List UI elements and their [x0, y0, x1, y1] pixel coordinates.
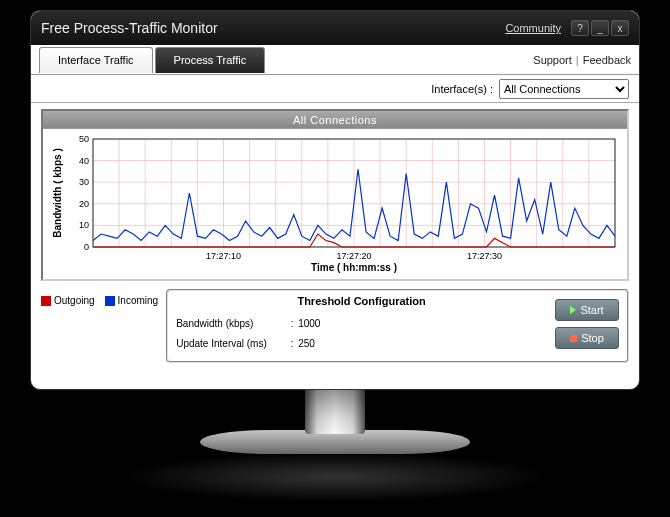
bandwidth-label: Bandwidth (kbps): [176, 318, 286, 329]
svg-text:40: 40: [79, 156, 89, 166]
legend-label-incoming: Incoming: [118, 295, 159, 306]
chart-panel: All Connections 0102030405017:27:1017:27…: [41, 109, 629, 281]
stop-icon: [570, 335, 577, 342]
play-icon: [570, 306, 576, 314]
monitor-shadow: [120, 452, 550, 502]
svg-text:17:27:20: 17:27:20: [336, 251, 371, 261]
threshold-configuration: Threshold Configuration Bandwidth (kbps)…: [166, 289, 629, 363]
interface-selector-row: Interface(s) : All Connections: [31, 75, 639, 103]
close-button[interactable]: x: [611, 20, 629, 36]
tab-process-traffic[interactable]: Process Traffic: [155, 47, 266, 73]
interface-select[interactable]: All Connections: [499, 79, 629, 99]
link-separator: |: [576, 54, 579, 66]
help-button[interactable]: ?: [571, 20, 589, 36]
svg-text:Time ( hh:mm:ss ): Time ( hh:mm:ss ): [311, 262, 397, 273]
chart-title: All Connections: [43, 111, 627, 129]
svg-text:10: 10: [79, 220, 89, 230]
legend-swatch-incoming: [105, 296, 115, 306]
chart-legend: Outgoing Incoming: [41, 289, 158, 306]
support-link[interactable]: Support: [533, 54, 572, 66]
svg-text:0: 0: [84, 242, 89, 252]
threshold-heading: Threshold Configuration: [176, 295, 547, 307]
community-link[interactable]: Community: [505, 22, 561, 34]
app-window: Free Process-Traffic Monitor Community ?…: [30, 10, 640, 390]
svg-text:17:27:30: 17:27:30: [467, 251, 502, 261]
bandwidth-chart: 0102030405017:27:1017:27:2017:27:30Time …: [49, 133, 623, 273]
legend-swatch-outgoing: [41, 296, 51, 306]
monitor-stand-neck: [305, 388, 365, 434]
stop-button[interactable]: Stop: [555, 327, 619, 349]
svg-text:30: 30: [79, 177, 89, 187]
svg-text:17:27:10: 17:27:10: [206, 251, 241, 261]
minimize-button[interactable]: _: [591, 20, 609, 36]
svg-text:Bandwidth ( kbps ): Bandwidth ( kbps ): [52, 148, 63, 237]
window-title: Free Process-Traffic Monitor: [41, 20, 218, 36]
titlebar: Free Process-Traffic Monitor Community ?…: [31, 11, 639, 45]
feedback-link[interactable]: Feedback: [583, 54, 631, 66]
legend-label-outgoing: Outgoing: [54, 295, 95, 306]
start-button[interactable]: Start: [555, 299, 619, 321]
bandwidth-value[interactable]: 1000: [298, 318, 320, 329]
tab-bar: Interface Traffic Process Traffic Suppor…: [31, 45, 639, 75]
interval-label: Update Interval (ms): [176, 338, 286, 349]
tab-interface-traffic[interactable]: Interface Traffic: [39, 47, 153, 73]
svg-text:50: 50: [79, 134, 89, 144]
interval-value[interactable]: 250: [298, 338, 315, 349]
svg-text:20: 20: [79, 199, 89, 209]
interface-label: Interface(s) :: [431, 83, 493, 95]
